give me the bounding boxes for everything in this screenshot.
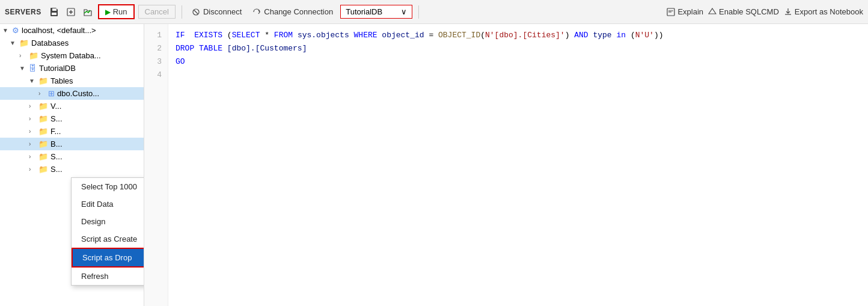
chevron-right-icon: ›	[29, 141, 38, 147]
disconnect-button[interactable]: Disconnect	[188, 5, 245, 18]
chevron-right-icon: ›	[38, 90, 48, 97]
folder-icon: 📁	[38, 152, 48, 161]
tree-tutorialdb[interactable]: ▼ 🗄 TutorialDB	[0, 62, 144, 75]
folder-icon: 📁	[19, 38, 29, 47]
folder-icon: 📁	[38, 139, 48, 148]
line-numbers: 1 2 3 4	[144, 24, 168, 306]
ctx-select-top[interactable]: Select Top 1000	[72, 178, 144, 195]
folder-icon: 📁	[38, 102, 48, 111]
database-icon: 🗄	[29, 64, 37, 73]
toolbar-right: Explain Enable SQLCMD Export as Notebook	[667, 7, 863, 16]
main-area: ▼ ⚙ localhost, <default...> ▼ 📁 Database…	[0, 24, 868, 306]
folder-icon: 📁	[29, 51, 38, 60]
new-query-btn[interactable]	[64, 5, 78, 19]
servers-label: SERVERS	[5, 8, 41, 16]
chevron-right-icon: ›	[19, 52, 29, 59]
run-label: Run	[113, 7, 127, 16]
change-connection-label: Change Connection	[264, 7, 333, 16]
export-icon	[784, 8, 792, 16]
enable-sqlcmd-button[interactable]: Enable SQLCMD	[708, 7, 779, 16]
context-menu: Select Top 1000 Edit Data Design Script …	[71, 177, 144, 286]
s2-label: S...	[50, 152, 63, 161]
table-icon: ⊞	[48, 89, 55, 98]
editor-content[interactable]: 1 2 3 4 IF EXISTS (SELECT * FROM sys.obj…	[144, 24, 868, 306]
explain-label: Explain	[677, 7, 703, 16]
folder-icon: 📁	[38, 127, 48, 136]
databases-label: Databases	[31, 38, 69, 47]
sep2	[418, 5, 419, 19]
enable-sqlcmd-label: Enable SQLCMD	[719, 7, 779, 16]
editor-area: 1 2 3 4 IF EXISTS (SELECT * FROM sys.obj…	[144, 24, 868, 306]
change-connection-button[interactable]: Change Connection	[249, 5, 337, 18]
sep1	[182, 5, 182, 19]
dropdown-arrow-icon: ∨	[401, 7, 407, 16]
run-icon: ▶	[105, 8, 111, 16]
ctx-select-top-label: Select Top 1000	[81, 182, 137, 191]
dbo-customers-label: dbo.Custo...	[57, 89, 99, 98]
code-area[interactable]: IF EXISTS (SELECT * FROM sys.objects WHE…	[168, 24, 868, 306]
tree-s2[interactable]: › 📁 S...	[0, 150, 144, 163]
new-query-icon	[66, 7, 76, 17]
ctx-script-drop-label: Script as Drop	[82, 253, 132, 262]
server-icon: ⚙	[12, 26, 19, 35]
tree-views[interactable]: › 📁 V...	[0, 100, 144, 112]
tree-dbo-customers[interactable]: › ⊞ dbo.Custo...	[0, 87, 144, 100]
cancel-label: Cancel	[145, 7, 169, 16]
disconnect-label: Disconnect	[203, 7, 242, 16]
chevron-down-icon: ▼	[10, 40, 19, 46]
sp-label: S...	[50, 114, 63, 123]
tables-label: Tables	[50, 76, 73, 85]
ctx-script-drop[interactable]: Script as Drop	[72, 248, 144, 268]
ctx-script-create-label: Script as Create	[81, 234, 137, 243]
ctx-edit-data-label: Edit Data	[81, 200, 113, 209]
open-file-icon	[83, 7, 93, 17]
tree-system-db[interactable]: › 📁 System Databa...	[0, 49, 144, 62]
tree-databases[interactable]: ▼ 📁 Databases	[0, 37, 144, 49]
tree-sp[interactable]: › 📁 S...	[0, 112, 144, 125]
ctx-script-create[interactable]: Script as Create	[72, 230, 144, 248]
chevron-down-icon: ▼	[2, 27, 12, 34]
svg-marker-4	[709, 8, 716, 14]
database-dropdown[interactable]: TutorialDB ∨	[340, 5, 412, 19]
toolbar: SERVERS ▶ Run Cancel Disconnect Change C…	[0, 0, 868, 24]
db-selected-text: TutorialDB	[346, 7, 382, 16]
svg-line-2	[194, 10, 198, 14]
enable-sqlcmd-icon	[708, 8, 717, 16]
chevron-right-icon: ›	[29, 166, 38, 173]
folder-icon: 📁	[38, 165, 48, 174]
chevron-right-icon: ›	[29, 115, 38, 122]
system-db-label: System Databa...	[41, 51, 101, 60]
chevron-down-icon: ▼	[19, 65, 29, 72]
explain-button[interactable]: Explain	[667, 7, 703, 16]
ctx-design[interactable]: Design	[72, 213, 144, 230]
ctx-edit-data[interactable]: Edit Data	[72, 195, 144, 213]
chevron-right-icon: ›	[29, 128, 38, 135]
open-file-btn[interactable]	[81, 5, 94, 19]
ctx-design-label: Design	[81, 217, 105, 226]
change-connection-icon	[252, 8, 261, 16]
tree-functions[interactable]: › 📁 F...	[0, 125, 144, 138]
chevron-right-icon: ›	[29, 103, 38, 109]
explain-icon	[667, 8, 675, 16]
tree-b[interactable]: › 📁 B...	[0, 138, 144, 150]
tree-s3[interactable]: › 📁 S...	[0, 163, 144, 176]
ctx-refresh[interactable]: Refresh	[72, 268, 144, 285]
tree-server[interactable]: ▼ ⚙ localhost, <default...>	[0, 24, 144, 37]
views-label: V...	[50, 102, 61, 111]
tree-tables[interactable]: ▼ 📁 Tables	[0, 75, 144, 87]
ctx-refresh-label: Refresh	[81, 272, 109, 281]
functions-label: F...	[50, 127, 61, 136]
sidebar: ▼ ⚙ localhost, <default...> ▼ 📁 Database…	[0, 24, 144, 306]
save-icon-btn[interactable]	[47, 5, 61, 19]
save-icon	[49, 7, 59, 17]
b-label: B...	[50, 139, 63, 148]
server-label: localhost, <default...>	[22, 26, 96, 35]
chevron-down-icon: ▼	[29, 78, 38, 84]
cancel-button[interactable]: Cancel	[138, 5, 176, 19]
folder-icon: 📁	[38, 114, 48, 123]
export-notebook-button[interactable]: Export as Notebook	[784, 7, 863, 16]
s3-label: S...	[50, 165, 63, 174]
run-button[interactable]: ▶ Run	[98, 4, 135, 19]
chevron-right-icon: ›	[29, 153, 38, 160]
tutorialdb-label: TutorialDB	[39, 64, 76, 73]
